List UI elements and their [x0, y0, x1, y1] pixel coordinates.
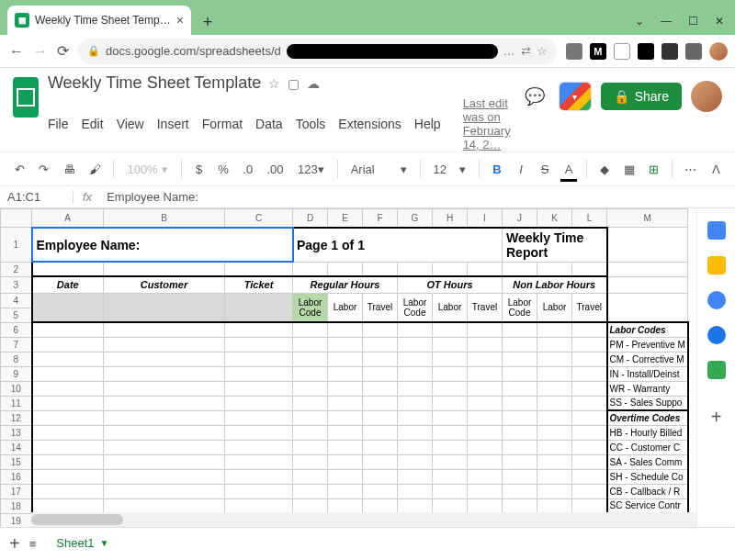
cell[interactable]	[607, 228, 688, 263]
col-header[interactable]: A	[32, 209, 104, 228]
row-header[interactable]: 3	[1, 276, 32, 293]
format-currency-button[interactable]: $	[189, 159, 209, 180]
maximize-icon[interactable]: ☐	[688, 15, 698, 28]
increase-decimal-button[interactable]: .00	[262, 159, 288, 180]
ext-icon-6[interactable]	[685, 43, 702, 60]
cell[interactable]: Non Labor Hours	[503, 276, 607, 293]
col-header[interactable]: J	[503, 209, 537, 228]
cell[interactable]: HB - Hourly Billed	[607, 425, 688, 440]
cell[interactable]: Labor Code	[398, 293, 433, 322]
col-header[interactable]: D	[293, 209, 328, 228]
row-header[interactable]: 15	[1, 454, 32, 469]
font-select[interactable]: Arial▾	[345, 159, 413, 180]
cell[interactable]: SC Service Contr	[607, 498, 688, 513]
sheet-tab[interactable]: Sheet1 ▼	[45, 531, 119, 557]
url-input[interactable]: 🔒 docs.google.com/spreadsheets/d … ⇄ ☆	[78, 39, 557, 64]
row-header[interactable]: 12	[1, 410, 32, 425]
ext-icon-pocket[interactable]	[638, 43, 654, 60]
formula-input[interactable]: Employee Name:	[101, 190, 204, 204]
move-doc-icon[interactable]: ▢	[288, 76, 300, 91]
font-size-select[interactable]: 12▾	[428, 159, 471, 180]
cell[interactable]: Customer	[104, 276, 225, 293]
sheets-logo-icon[interactable]	[13, 77, 39, 118]
cell[interactable]: Travel	[572, 293, 607, 322]
browser-tab[interactable]: ▦ Weekly Time Sheet Template - G ×	[7, 6, 191, 35]
cell[interactable]: Ticket	[225, 276, 293, 293]
format-percent-button[interactable]: %	[213, 159, 234, 180]
comments-icon[interactable]: 💬	[520, 82, 549, 111]
keep-icon[interactable]	[707, 256, 726, 274]
cell[interactable]: SA - Sales Comm	[607, 454, 688, 469]
close-tab-icon[interactable]: ×	[176, 13, 184, 28]
cell[interactable]: Labor Code	[503, 293, 537, 322]
cell[interactable]: CM - Corrective M	[607, 352, 688, 366]
menu-data[interactable]: Data	[255, 117, 283, 131]
cell[interactable]: Overtime Codes	[607, 410, 688, 425]
cell[interactable]: Travel	[363, 293, 398, 322]
col-header[interactable]: B	[104, 209, 225, 228]
row-header[interactable]: 4	[1, 293, 32, 308]
row-header[interactable]: 1	[1, 228, 32, 263]
cell[interactable]: OT Hours	[398, 276, 503, 293]
row-header[interactable]: 7	[1, 337, 32, 352]
cell[interactable]: CB - Callback / R	[607, 484, 688, 498]
new-tab-button[interactable]: +	[195, 9, 220, 35]
cell[interactable]: WR - Warranty	[607, 381, 688, 396]
col-header[interactable]: I	[468, 209, 503, 228]
row-header[interactable]: 8	[1, 352, 32, 366]
col-header[interactable]: G	[398, 209, 433, 228]
cell[interactable]: Page 1 of 1	[293, 228, 503, 263]
menu-edit[interactable]: Edit	[82, 117, 104, 131]
more-toolbar-button[interactable]: ⋯	[680, 159, 702, 180]
row-header[interactable]: 14	[1, 440, 32, 454]
ext-icon-medium[interactable]: M	[590, 43, 606, 60]
maps-icon[interactable]	[707, 361, 726, 379]
add-sheet-button[interactable]: +	[9, 533, 20, 554]
meet-button[interactable]: ▾	[559, 82, 592, 111]
row-header[interactable]: 5	[1, 308, 32, 322]
select-all-corner[interactable]	[1, 209, 32, 228]
h-scrollbar[interactable]	[31, 512, 696, 527]
cell[interactable]: Labor Code	[293, 293, 328, 322]
doc-title[interactable]: Weekly Time Sheet Template	[48, 73, 261, 93]
col-header[interactable]: K	[537, 209, 572, 228]
row-header[interactable]: 17	[1, 484, 32, 498]
bold-button[interactable]: B	[487, 159, 507, 180]
share-url-icon[interactable]: …	[503, 44, 515, 58]
col-header[interactable]: E	[328, 209, 363, 228]
row-header[interactable]: 6	[1, 322, 32, 337]
menu-view[interactable]: View	[117, 117, 144, 131]
col-header[interactable]: C	[225, 209, 293, 228]
all-sheets-button[interactable]: ≡	[29, 537, 37, 551]
col-header[interactable]: M	[607, 209, 688, 228]
cell[interactable]: Date	[32, 276, 104, 293]
cell[interactable]: Labor Codes	[607, 322, 688, 337]
star-icon[interactable]: ☆	[537, 44, 548, 58]
decrease-decimal-button[interactable]: .0	[238, 159, 258, 180]
cell[interactable]: Labor	[537, 293, 572, 322]
row-header[interactable]: 16	[1, 469, 32, 484]
account-avatar[interactable]	[691, 81, 722, 112]
row-header[interactable]: 2	[1, 262, 32, 276]
cell[interactable]: Labor	[328, 293, 363, 322]
row-header[interactable]: 18	[1, 498, 32, 513]
col-header[interactable]: H	[433, 209, 468, 228]
menu-insert[interactable]: Insert	[157, 117, 189, 131]
forward-button[interactable]: →	[33, 43, 48, 60]
text-color-button[interactable]: A	[559, 159, 579, 180]
cell[interactable]: Travel	[468, 293, 503, 322]
cell[interactable]: Weekly Time Report	[503, 228, 607, 263]
chevron-down-icon[interactable]: ⌄	[635, 15, 644, 28]
col-header[interactable]: L	[572, 209, 607, 228]
ext-icon-1[interactable]	[566, 43, 582, 60]
share-button[interactable]: 🔒 Share	[601, 83, 682, 110]
back-button[interactable]: ←	[9, 43, 24, 60]
redo-button[interactable]: ↷	[33, 159, 53, 180]
col-header[interactable]: F	[363, 209, 398, 228]
zoom-select[interactable]: 100% ▾	[121, 159, 173, 180]
cell[interactable]: Labor	[433, 293, 468, 322]
row-header[interactable]: 19	[1, 513, 32, 528]
tasks-icon[interactable]	[707, 291, 726, 309]
paint-format-button[interactable]: 🖌	[84, 159, 106, 180]
menu-file[interactable]: File	[48, 117, 69, 131]
